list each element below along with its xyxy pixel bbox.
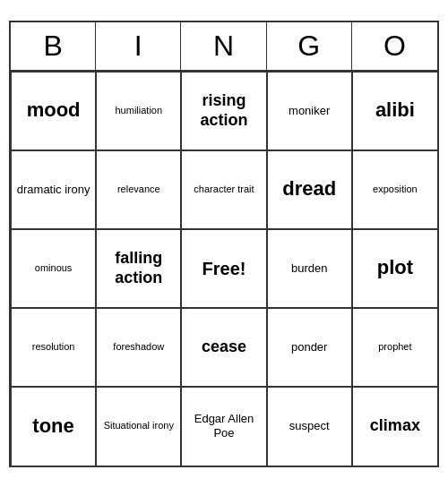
header-letter-o: O <box>352 22 437 70</box>
cell-text-6: relevance <box>117 184 160 195</box>
cell-text-9: exposition <box>373 184 418 195</box>
bingo-cell-23: suspect <box>267 387 352 466</box>
bingo-cell-24: climax <box>352 387 437 466</box>
bingo-cell-2: rising action <box>181 72 266 150</box>
bingo-cell-13: burden <box>267 229 352 308</box>
header-letter-g: G <box>267 22 352 70</box>
cell-text-10: ominous <box>35 262 73 274</box>
header-letter-b: B <box>11 22 96 70</box>
bingo-cell-15: resolution <box>11 308 96 387</box>
bingo-grid: moodhumiliationrising actionmonikeralibi… <box>11 72 437 466</box>
cell-text-13: burden <box>291 261 327 276</box>
header-letter-n: N <box>181 22 266 70</box>
bingo-cell-1: humiliation <box>96 72 181 150</box>
cell-text-1: humiliation <box>115 105 162 116</box>
bingo-cell-11: falling action <box>96 229 181 308</box>
bingo-cell-12: Free! <box>181 229 266 308</box>
cell-text-7: character trait <box>194 184 254 195</box>
cell-text-12: Free! <box>202 258 246 279</box>
bingo-cell-7: character trait <box>181 150 266 229</box>
cell-text-23: suspect <box>289 419 330 433</box>
bingo-card: BINGO moodhumiliationrising actionmonike… <box>9 21 439 467</box>
bingo-cell-5: dramatic irony <box>11 150 96 229</box>
cell-text-22: Edgar Allen Poe <box>185 412 262 440</box>
header-letter-i: I <box>96 22 181 70</box>
cell-text-17: cease <box>202 337 246 357</box>
bingo-cell-8: dread <box>267 150 352 229</box>
bingo-cell-16: foreshadow <box>96 308 181 387</box>
cell-text-21: Situational irony <box>104 420 174 431</box>
cell-text-18: ponder <box>291 340 327 355</box>
cell-text-16: foreshadow <box>113 341 164 353</box>
bingo-cell-6: relevance <box>96 150 181 229</box>
cell-text-19: prophet <box>378 341 411 353</box>
bingo-cell-21: Situational irony <box>96 387 181 466</box>
bingo-cell-14: plot <box>352 229 437 308</box>
cell-text-2: rising action <box>185 91 262 130</box>
cell-text-3: moniker <box>289 104 330 118</box>
bingo-cell-17: cease <box>181 308 266 387</box>
bingo-cell-3: moniker <box>267 72 352 150</box>
cell-text-11: falling action <box>100 249 177 287</box>
cell-text-24: climax <box>370 416 420 436</box>
bingo-cell-22: Edgar Allen Poe <box>181 387 266 466</box>
bingo-cell-20: tone <box>11 387 96 466</box>
cell-text-0: mood <box>27 98 81 122</box>
cell-text-5: dramatic irony <box>17 183 90 197</box>
bingo-cell-0: mood <box>11 72 96 150</box>
cell-text-14: plot <box>377 256 413 279</box>
cell-text-15: resolution <box>32 341 75 353</box>
bingo-cell-19: prophet <box>352 308 437 387</box>
cell-text-20: tone <box>32 414 73 438</box>
bingo-cell-9: exposition <box>352 150 437 229</box>
bingo-cell-10: ominous <box>11 229 96 308</box>
cell-text-4: alibi <box>375 98 415 122</box>
bingo-cell-18: ponder <box>267 308 352 387</box>
bingo-header: BINGO <box>11 22 437 72</box>
cell-text-8: dread <box>282 177 336 201</box>
bingo-cell-4: alibi <box>352 72 437 150</box>
